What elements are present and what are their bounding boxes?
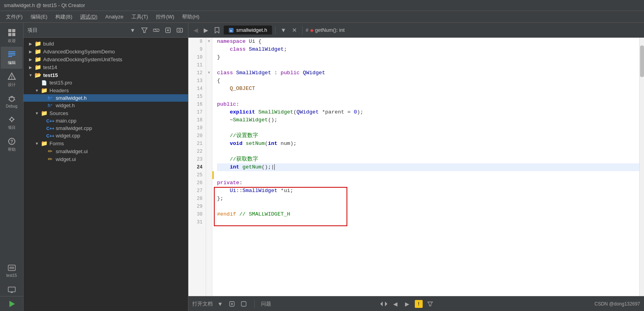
menu-tools[interactable]: 工具(T) (128, 12, 152, 22)
scrollbar-thumb[interactable] (640, 46, 644, 77)
tree-item-widgeth[interactable]: h⁺ widget.h (24, 102, 188, 109)
tree-item-smallwidgetui[interactable]: ✏ smallwidget.ui (24, 147, 188, 155)
gutter-11 (206, 61, 212, 69)
tree-item-smallwidgetcpp[interactable]: C++ smallwidget.cpp (24, 124, 188, 132)
tree-item-headers[interactable]: ▼ 📁 Headers (24, 86, 188, 94)
tree-item-forms[interactable]: ▼ 📁 Forms (24, 139, 188, 147)
toolbar-sep-2 (302, 26, 303, 34)
tree-label-widgetui: widget.ui (56, 156, 76, 162)
design-icon (7, 72, 16, 81)
code-content[interactable]: namespace Ui { class SmallWidget; } clas… (214, 38, 639, 296)
ln-24: 24 (192, 163, 203, 171)
bottom-dropdown-btn[interactable]: ▼ (216, 300, 224, 308)
bottom-left-btn[interactable]: ◀ (391, 300, 400, 308)
tree-item-test15[interactable]: ▼ 📂 test15 (24, 71, 188, 79)
close-tab-btn[interactable]: ✕ (290, 25, 299, 35)
menu-help[interactable]: 帮助(H) (178, 12, 203, 22)
scrollbar-vertical[interactable] (639, 38, 644, 296)
panel-dropdown-btn[interactable]: ▼ (128, 26, 137, 35)
ln-8: 8 (192, 38, 203, 46)
sidebar-label-debug1: Debug (6, 104, 17, 108)
sidebar-item-help[interactable]: ? 帮助 (1, 134, 22, 156)
bookmark-btn[interactable] (212, 26, 222, 35)
source-file-icon-1: C++ (46, 119, 54, 123)
gutter-20 (206, 132, 212, 140)
code-line-19 (217, 124, 639, 132)
nav-back-btn[interactable]: ◀ (192, 25, 200, 35)
menu-analyze[interactable]: Analyze (101, 12, 127, 21)
ln-19: 19 (192, 124, 203, 132)
editor-tab-smallwidgeth[interactable]: h smallwidget.h (224, 26, 272, 35)
folder-icon-adv2: 📁 (34, 56, 42, 62)
code-line-13: { (217, 77, 639, 85)
menu-file[interactable]: 文件(F) (2, 12, 27, 22)
tree-label-test15pro: test15.pro (49, 80, 72, 86)
line-numbers: 8 9 10 11 12 13 14 15 16 17 18 19 20 21 … (188, 38, 206, 296)
bottom-add-btn[interactable] (228, 300, 236, 308)
svg-text:h: h (230, 29, 232, 33)
code-line-20: //设置数字 (217, 132, 639, 140)
tree-item-adv2[interactable]: ▶ 📁 AdvancedDockingSystemUnitTests (24, 55, 188, 63)
ln-23: 23 (192, 156, 203, 163)
svg-rect-41 (241, 302, 246, 306)
bottom-close-btn[interactable] (239, 300, 248, 308)
menu-build[interactable]: 构建(B) (51, 12, 76, 22)
menu-debug[interactable]: 调试(D) (76, 12, 101, 22)
play-button-area[interactable] (0, 296, 24, 311)
nav-forward-btn[interactable]: ▶ (202, 25, 210, 35)
panel-link-btn[interactable] (152, 26, 161, 35)
panel-filter-btn[interactable] (140, 26, 149, 35)
menu-edit[interactable]: 编辑(E) (27, 12, 51, 22)
tree-label-build: build (43, 41, 54, 47)
sidebar-item-edit[interactable]: 编辑 (1, 47, 22, 69)
tree-item-smallwidgeth[interactable]: h⁺ smallwidget.h (24, 94, 188, 102)
ui-file-icon-1: ✏ (46, 148, 54, 154)
svg-marker-42 (380, 302, 383, 306)
svg-rect-25 (9, 267, 14, 269)
svg-rect-3 (12, 33, 15, 36)
code-line-23: //获取数字 (217, 156, 639, 163)
svg-line-13 (9, 97, 9, 98)
tree-item-test15pro[interactable]: 📄 test15.pro (24, 79, 188, 86)
tree-label-smallwidgeth: smallwidget.h (56, 95, 87, 101)
svg-rect-6 (8, 55, 15, 55)
sidebar-item-test15[interactable]: test15 (1, 260, 22, 281)
tree-item-maincpp[interactable]: C++ main.cpp (24, 117, 188, 124)
tree-item-test14[interactable]: ▶ 📁 test14 (24, 63, 188, 71)
tree-item-widgetui[interactable]: ✏ widget.ui (24, 155, 188, 163)
tree-item-sources[interactable]: ▼ 📁 Sources (24, 109, 188, 117)
gutter-12[interactable]: ▼ (206, 69, 212, 77)
issues-label: 问题 (261, 300, 271, 307)
sidebar-item-design[interactable]: 设计 (1, 69, 22, 91)
bottom-filter-btn[interactable] (426, 300, 434, 308)
svg-rect-1 (12, 29, 15, 32)
svg-point-34 (179, 29, 181, 31)
file-dropdown-btn[interactable]: ▼ (279, 25, 288, 35)
menu-controls[interactable]: 控件(W) (152, 12, 178, 22)
svg-marker-45 (9, 301, 15, 307)
monitor-icon (7, 285, 16, 295)
ln-9: 9 (192, 46, 203, 53)
code-line-29 (217, 203, 639, 210)
sidebar-item-debug[interactable]: Debug (1, 91, 22, 112)
tree-label-adv1: AdvancedDockingSystemDemo (43, 49, 115, 55)
panel-screenshot-btn[interactable] (175, 26, 184, 35)
panel-add-btn[interactable] (164, 26, 172, 35)
code-editor[interactable]: 8 9 10 11 12 13 14 15 16 17 18 19 20 21 … (188, 38, 644, 296)
tree-label-adv2: AdvancedDockingSystemUnitTests (43, 57, 122, 62)
tree-item-adv1[interactable]: ▶ 📁 AdvancedDockingSystemDemo (24, 48, 188, 55)
menu-bar: 文件(F) 编辑(E) 构建(B) 调试(D) Analyze 工具(T) 控件… (0, 11, 644, 23)
gutter-9 (206, 46, 212, 53)
sidebar-item-project[interactable]: 项目 (1, 112, 22, 134)
tree-item-build[interactable]: ▶ 📁 build (24, 40, 188, 48)
svg-marker-44 (428, 302, 432, 306)
folder-icon-test15: 📂 (34, 72, 42, 78)
sidebar-item-welcome[interactable]: 欢迎 (1, 25, 22, 47)
gutter-8[interactable]: ▼ (206, 38, 212, 46)
bottom-nav-btn[interactable] (379, 300, 388, 308)
bottom-right-btn[interactable]: ▶ (403, 300, 412, 308)
gutter-13 (206, 77, 212, 85)
ln-10: 10 (192, 53, 203, 61)
tree-item-widgetcpp[interactable]: C++ widget.cpp (24, 132, 188, 139)
ln-22: 22 (192, 148, 203, 156)
